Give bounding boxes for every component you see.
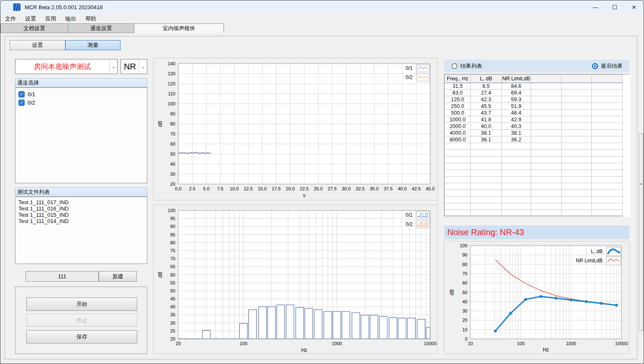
table-cell xyxy=(531,136,562,143)
table-cell: 42.9 xyxy=(502,116,531,123)
subtab-settings[interactable]: 设置 xyxy=(10,40,65,50)
table-cell xyxy=(562,90,592,96)
table-cell xyxy=(531,90,562,96)
table-row[interactable]: 8000.036.136.2 xyxy=(445,136,630,143)
svg-text:40.0: 40.0 xyxy=(398,186,406,191)
svg-text:NR Limit,dB: NR Limit,dB xyxy=(576,258,603,264)
svg-text:140: 140 xyxy=(168,61,175,66)
maximize-button[interactable] xyxy=(605,0,624,14)
table-cell: 69.4 xyxy=(502,90,531,96)
table-cell xyxy=(562,110,592,116)
table-row[interactable]: 500.043.746.4 xyxy=(445,110,630,116)
test-file-listbox[interactable]: Test 1_111_017_INDTest 1_111_016_INDTest… xyxy=(15,197,147,264)
table-header-cell: NR Limit,dB xyxy=(502,75,531,83)
file-name-input[interactable] xyxy=(26,271,99,282)
table-cell: 2000.0 xyxy=(445,123,471,130)
legend-item xyxy=(416,74,429,81)
table-cell: 27.4 xyxy=(471,90,502,96)
table-cell xyxy=(562,103,592,110)
table-cell: 41.8 xyxy=(471,116,502,123)
menu-bar: 文件设置应用输出帮助 xyxy=(0,14,644,23)
checkbox-checked-icon[interactable]: ✓ xyxy=(18,100,25,106)
test-type-combobox[interactable]: 房间本底噪声测试 ⌄ xyxy=(15,59,118,74)
channel-label: 0/1 xyxy=(28,91,35,97)
radio-last-result[interactable]: 最后结果 xyxy=(592,62,623,70)
svg-text:120: 120 xyxy=(168,81,175,86)
legend-item xyxy=(416,211,429,219)
table-row[interactable]: 2000.040.040.3 xyxy=(445,123,630,130)
table-row[interactable]: 125.042.359.3 xyxy=(445,96,630,103)
table-cell: 38.1 xyxy=(502,130,531,136)
svg-text:0/1: 0/1 xyxy=(405,212,413,218)
stop-button[interactable]: 停止 xyxy=(26,314,137,327)
channel-listbox[interactable]: ✓0/1✓0/2 xyxy=(15,87,147,183)
table-empty-row xyxy=(445,183,630,190)
test-file-item[interactable]: Test 1_111_017_IND xyxy=(15,199,147,205)
channel-item[interactable]: ✓0/2 xyxy=(15,98,147,107)
test-file-item[interactable]: Test 1_111_016_IND xyxy=(15,205,147,212)
close-button[interactable]: ✕ xyxy=(624,0,644,14)
collapse-panel-handle[interactable]: < xyxy=(639,133,644,331)
title-bar: MCR Beta 2.05.0.001 20230418 — ✕ xyxy=(0,0,644,14)
menu-item-1[interactable]: 设置 xyxy=(21,14,41,23)
svg-text:27.5: 27.5 xyxy=(328,186,336,191)
spectrum-chart-svg: 2025303540455055606570758085909510020100… xyxy=(154,205,437,354)
test-file-item[interactable]: Test 1_111_015_IND xyxy=(15,212,147,218)
tab-document-settings[interactable]: 文档设置 xyxy=(0,23,68,33)
svg-text:10000: 10000 xyxy=(615,341,628,346)
radio-last-result-label: 最后结果 xyxy=(601,62,623,70)
table-row[interactable]: 4000.038.138.1 xyxy=(445,130,630,136)
chevron-down-icon[interactable]: ⌄ xyxy=(109,59,117,74)
subtab-measure[interactable]: 测量 xyxy=(65,40,121,50)
table-empty-row xyxy=(445,197,630,203)
table-row[interactable]: 31.58.584.6 xyxy=(445,83,630,90)
chevron-down-icon[interactable]: ⌄ xyxy=(139,59,147,74)
table-cell: 42.3 xyxy=(471,96,502,103)
tab-indoor-noise-module[interactable]: 室内噪声模块 xyxy=(134,23,224,33)
tab-channel-settings[interactable]: 通道设置 xyxy=(68,23,134,33)
svg-text:60: 60 xyxy=(170,141,175,146)
legend-item xyxy=(606,256,621,265)
channel-item[interactable]: ✓0/1 xyxy=(15,90,147,98)
radio-results-list-label: 结果列表 xyxy=(460,62,482,70)
table-row[interactable]: 250.045.551.9 xyxy=(445,103,630,110)
menu-item-4[interactable]: 帮助 xyxy=(81,14,101,23)
radio-results-list[interactable]: 结果列表 xyxy=(452,62,482,70)
table-cell: 45.5 xyxy=(471,103,502,110)
svg-text:30: 30 xyxy=(462,308,467,313)
results-table[interactable]: Freq., HzL, dBNR Limit,dB31.58.584.663.0… xyxy=(444,74,629,216)
app-icon xyxy=(13,3,21,11)
table-cell: 40.0 xyxy=(471,123,502,130)
new-button[interactable]: 新建 xyxy=(99,271,137,282)
svg-text:0/2: 0/2 xyxy=(405,221,413,227)
svg-text:70: 70 xyxy=(462,271,467,276)
table-header-cell xyxy=(562,75,592,83)
table-row[interactable]: 63.027.469.4 xyxy=(445,90,630,96)
nr-combobox[interactable]: NR ⌄ xyxy=(121,59,147,74)
svg-text:0: 0 xyxy=(465,336,467,341)
test-file-item[interactable]: Test 1_111_014_IND xyxy=(15,218,147,224)
table-empty-row xyxy=(445,177,630,183)
svg-text:35.0: 35.0 xyxy=(370,186,379,191)
table-cell: 43.7 xyxy=(471,110,502,116)
menu-item-3[interactable]: 输出 xyxy=(61,14,81,23)
table-header-row: Freq., HzL, dBNR Limit,dB xyxy=(445,75,630,83)
save-button[interactable]: 保存 xyxy=(26,330,137,343)
table-row[interactable]: 1000.041.842.9 xyxy=(445,116,630,123)
start-button[interactable]: 开始 xyxy=(26,297,137,311)
menu-item-0[interactable]: 文件 xyxy=(0,14,21,23)
table-cell xyxy=(531,103,562,110)
svg-text:45: 45 xyxy=(170,296,175,301)
checkbox-checked-icon[interactable]: ✓ xyxy=(18,91,25,97)
svg-text:7.5: 7.5 xyxy=(217,186,223,191)
menu-item-2[interactable]: 应用 xyxy=(41,14,61,23)
channel-select-header: 通道选择 xyxy=(15,78,147,87)
spectrum-chart: 2025303540455055606570758085909510020100… xyxy=(153,205,438,354)
main-tab-strip: 文档设置 通道设置 室内噪声模块 xyxy=(0,23,644,33)
svg-text:50: 50 xyxy=(170,151,175,156)
table-empty-row xyxy=(445,210,630,217)
svg-text:45.0: 45.0 xyxy=(426,186,434,191)
minimize-button[interactable]: — xyxy=(586,0,605,14)
svg-text:20.0: 20.0 xyxy=(286,186,295,191)
svg-text:75: 75 xyxy=(170,248,175,253)
